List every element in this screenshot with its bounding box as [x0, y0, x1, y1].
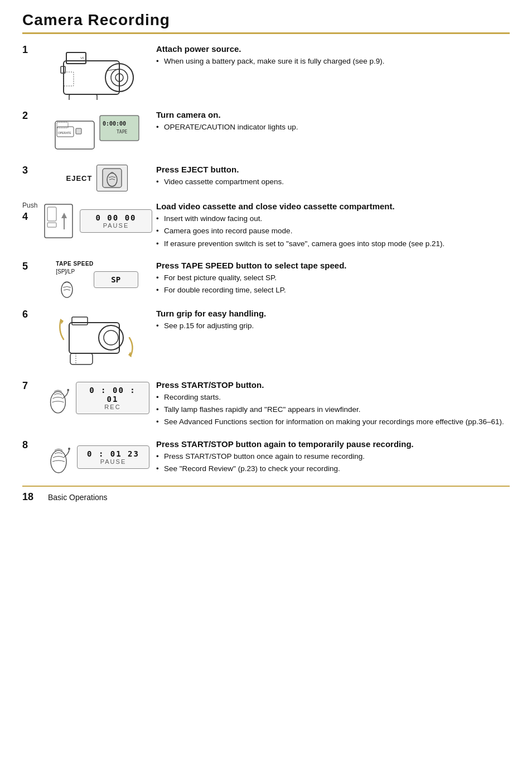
step-8-status: PAUSE [83, 458, 143, 465]
operate-panel-icon: OPERATE 0:00:00 TAPE [52, 110, 142, 155]
step-7-vcr-panel: 0 : 00 : 01 REC [76, 382, 149, 414]
step-4-title: Load video cassette and close video cass… [156, 201, 510, 211]
step-8-vcr-panel: 0 : 01 23 PAUSE [77, 445, 149, 469]
step-2-bullets: OPERATE/CAUTION indicator lights up. [156, 122, 510, 133]
step-6-content: Turn grip for easy handling. See p.15 fo… [156, 309, 510, 333]
step-5-row: 5 TAPE SPEED [SP]/LP SP Press TAPE SPEED… [22, 261, 510, 299]
step-5-bullet-1: For double recording time, select LP. [156, 285, 510, 296]
camera-grip-icon [52, 309, 142, 370]
svg-point-35 [68, 448, 70, 450]
step-5-bullets: For best picture quality, select SP. For… [156, 272, 510, 296]
step-4-bullet-0: Insert with window facing out. [156, 213, 510, 224]
step-4-bullets: Insert with window facing out. Camera go… [156, 213, 510, 249]
step-7-bullet-0: Recording starts. [156, 392, 510, 403]
step-2-bullet-0: OPERATE/CAUTION indicator lights up. [156, 122, 510, 133]
step-6-bullets: See p.15 for adjusting grip. [156, 320, 510, 332]
step-3-number: 3 [22, 165, 38, 176]
step-6-row: 6 [22, 309, 510, 370]
step-3-row: 3 EJECT Press [22, 165, 510, 191]
step-8-timecode: 0 : 01 23 [83, 449, 143, 458]
step-5-sp-panel: SP [94, 271, 138, 288]
step-7-content: Press START/STOP button. Recording start… [156, 380, 510, 429]
step-3-image: EJECT [47, 165, 147, 191]
step-3-bullets: Video cassette compartment opens. [156, 176, 510, 188]
svg-rect-13 [100, 116, 139, 141]
svg-rect-12 [76, 128, 81, 134]
step-2-content: Turn camera on. OPERATE/CAUTION indicato… [156, 110, 510, 134]
step-4-image: 0 00 00 PAUSE [47, 201, 147, 241]
step-3-title: Press EJECT button. [156, 165, 510, 174]
step-8-number: 8 [22, 439, 38, 451]
step-6-number: 6 [22, 309, 38, 320]
pause-btn-icon [45, 439, 72, 476]
step-2-row: 2 OPERATE 0:00:00 TAPE Turn camera on. [22, 110, 510, 155]
start-stop-btn-icon [45, 380, 71, 416]
step-7-status: REC [82, 404, 143, 410]
svg-text:VF: VF [80, 56, 85, 60]
step-6-bullet-0: See p.15 for adjusting grip. [156, 320, 510, 332]
page-title: Camera Recording [22, 11, 510, 34]
step-4-vcr-panel: 0 00 00 PAUSE [80, 209, 152, 233]
step-4-status: PAUSE [86, 222, 146, 229]
step-7-image: 0 : 00 : 01 REC [47, 380, 147, 416]
step-7-bullet-1: Tally lamp flashes rapidly and "REC" app… [156, 404, 510, 415]
step-4-bullet-2: If erasure prevention switch is set to "… [156, 238, 510, 249]
step-5-sp-label: SP [100, 275, 132, 284]
step-4-timecode: 0 00 00 [86, 213, 146, 222]
step-5-bullet-0: For best picture quality, select SP. [156, 272, 510, 284]
step-4-number: 4 [22, 211, 38, 223]
step-5-image: TAPE SPEED [SP]/LP SP [47, 261, 147, 299]
step-8-content: Press START/STOP button again to tempora… [156, 439, 510, 476]
svg-rect-28 [70, 353, 93, 364]
step-7-row: 7 0 : 00 : 01 REC [22, 380, 510, 429]
step-7-timecode: 0 : 00 : 01 [82, 386, 143, 404]
step-2-number: 2 [22, 110, 38, 122]
svg-point-26 [104, 330, 118, 345]
step-4-row: Push 4 0 00 00 PAUSE [22, 201, 510, 251]
svg-rect-9 [55, 121, 94, 149]
tape-speed-options: [SP]/LP [56, 268, 75, 275]
page-number: 18 [22, 491, 39, 503]
step-2-image: OPERATE 0:00:00 TAPE [47, 110, 147, 155]
footer-section-label: Basic Operations [48, 493, 108, 502]
step-8-row: 8 0 : 01 23 PAUSE Press START/S [22, 439, 510, 476]
step-7-bullet-2: See Advanced Functions section for infor… [156, 416, 510, 428]
cassette-door-icon [42, 201, 75, 241]
step-8-bullet-0: Press START/STOP button once again to re… [156, 451, 510, 462]
step-6-title: Turn grip for easy handling. [156, 309, 510, 318]
step-5-title: Press TAPE SPEED button to select tape s… [156, 261, 510, 270]
step-7-title: Press START/STOP button. [156, 380, 510, 390]
step-1-row: 1 VF [22, 44, 510, 100]
step-4-bullet-1: Camera goes into record pause mode. [156, 225, 510, 237]
svg-text:OPERATE: OPERATE [58, 131, 71, 135]
step-7-bullets: Recording starts. Tally lamp flashes rap… [156, 392, 510, 428]
step-2-title: Turn camera on. [156, 110, 510, 119]
step-5-content: Press TAPE SPEED button to select tape s… [156, 261, 510, 297]
svg-rect-5 [69, 94, 97, 100]
push-label: Push [22, 201, 38, 209]
step-1-bullets: When using a battery pack, make sure it … [156, 56, 510, 67]
step-8-title: Press START/STOP button again to tempora… [156, 439, 510, 449]
step-1-number: 1 [22, 44, 38, 56]
svg-point-33 [67, 388, 69, 391]
svg-text:0:00:00: 0:00:00 [103, 121, 126, 127]
svg-rect-7 [64, 72, 74, 86]
svg-rect-27 [72, 317, 88, 325]
step-6-image [47, 309, 147, 370]
step-3-content: Press EJECT button. Video cassette compa… [156, 165, 510, 189]
svg-rect-21 [47, 223, 56, 227]
tape-speed-label: TAPE SPEED [56, 261, 94, 267]
step-1-title: Attach power source. [156, 44, 510, 54]
step-8-bullets: Press START/STOP button once again to re… [156, 451, 510, 475]
svg-rect-17 [103, 169, 122, 188]
step-3-bullet-0: Video cassette compartment opens. [156, 176, 510, 188]
step-7-number: 7 [22, 380, 38, 392]
camera-silhouette-icon: VF [52, 44, 142, 100]
page-container: Camera Recording 1 [0, 0, 532, 520]
tape-speed-btn-icon [56, 276, 78, 299]
svg-text:TAPE: TAPE [117, 129, 127, 135]
step-1-image: VF [47, 44, 147, 100]
step-1-content: Attach power source. When using a batter… [156, 44, 510, 68]
eject-btn-icon [101, 167, 123, 189]
eject-label: EJECT [66, 174, 93, 183]
